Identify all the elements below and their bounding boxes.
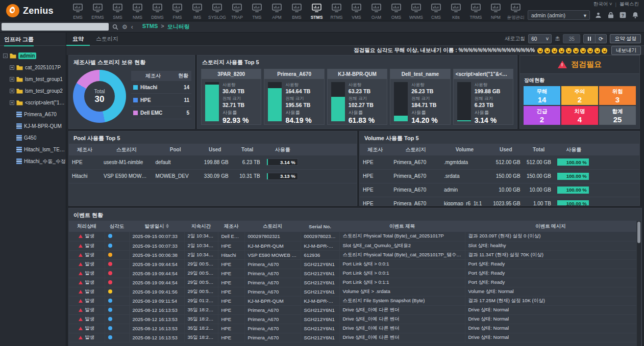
nav-item-bms[interactable]: BMS bbox=[287, 2, 307, 21]
nav-item-npm[interactable]: NPM bbox=[486, 2, 506, 21]
table-row[interactable]: HitachiVSP E590 MOWEB DEV_%WMOWEB_DEV330… bbox=[69, 169, 357, 183]
table-row[interactable]: HPEPrimera_A670.mgmtdata512.00 GB512.00 … bbox=[360, 155, 639, 169]
event-row[interactable]: 발생2025-08-19 09:41:5629일 00:59:40HPEPrim… bbox=[69, 287, 636, 296]
storage-card-dell-test-name[interactable]: Dell_test_name사용량26.23 TB전체 크기184.71 TB사… bbox=[390, 69, 450, 125]
event-row[interactable]: 발생2025-09-15 00:07:332일 10:34:03HPEKJ-M-… bbox=[69, 241, 636, 250]
event-row[interactable]: 발생2025-08-12 16:13:5335일 18:27:43HPEPrim… bbox=[69, 314, 636, 324]
table-row[interactable]: HPEPrimera_A670.srdata150.00 GB150.00 GB… bbox=[360, 169, 639, 183]
refresh-interval-select[interactable]: 60˅ bbox=[528, 34, 552, 43]
expand-toggle-icon[interactable]: + bbox=[10, 100, 14, 105]
table-row[interactable]: HPEPrimera_A670kjgpmap_r6_1t.11023.95 GB… bbox=[360, 197, 639, 206]
collapse-toggle-icon[interactable]: - bbox=[3, 54, 8, 58]
gear-icon[interactable]: ⚙ bbox=[122, 24, 128, 30]
fault-tile-item[interactable]: 위험3 bbox=[599, 86, 636, 105]
tree-item-script-alert-1-2-w[interactable]: +<script>alert("1"&<%_2'W bbox=[0, 97, 66, 109]
tree-item-hitachi-lsm-test[interactable]: Hitachi_lsm_TEST bbox=[0, 144, 66, 155]
breadcrumb-root[interactable]: STMS bbox=[142, 23, 158, 31]
nav-item-oms[interactable]: OMS bbox=[386, 2, 406, 21]
table-cell: Primera_A670 bbox=[390, 169, 441, 183]
filler-cell bbox=[593, 155, 639, 169]
storage-card-primera-a670[interactable]: Primera_A670사용량164.64 TB전체 크기195.56 TB사용… bbox=[264, 69, 324, 125]
tree-item-cat-20251017p[interactable]: +cat_20251017P bbox=[0, 62, 66, 73]
tree-item-hitachi[interactable]: Hitachi_수동_수정 bbox=[0, 155, 66, 167]
export-button[interactable]: 내보내기 bbox=[611, 46, 641, 55]
fault-tile-item[interactable]: 긴급2 bbox=[524, 106, 560, 125]
storage-card-title: <script>alert("1"&<%_2'... bbox=[454, 69, 513, 79]
refresh-button[interactable]: ⟳ bbox=[595, 35, 606, 43]
event-status: 발생 bbox=[72, 298, 102, 304]
breadcrumb-page[interactable]: 모니터링 bbox=[167, 23, 190, 31]
event-row[interactable]: 발생2025-08-19 09:11:5429일 01:29:42HPEKJ-M… bbox=[69, 296, 636, 305]
tree-item-kj-m-bpr-qum[interactable]: KJ-M-BPR-QUM bbox=[0, 120, 66, 132]
nav-item-oam[interactable]: OAM bbox=[366, 2, 386, 21]
search-input[interactable] bbox=[2, 23, 109, 31]
tab-item[interactable]: 요약 bbox=[66, 33, 90, 46]
lock-icon[interactable] bbox=[607, 11, 614, 19]
table-row[interactable]: HPEPrimera_A670admin10.00 GB10.00 GB100.… bbox=[360, 183, 639, 197]
bell-icon[interactable] bbox=[631, 11, 639, 19]
event-row[interactable]: 발생2025-08-12 16:13:5335일 18:27:43HPEPrim… bbox=[69, 324, 636, 333]
event-row[interactable]: 발생2025-08-12 16:13:5335일 18:27:43HPEPrim… bbox=[69, 305, 636, 314]
language-select[interactable]: 한국어 ˅ bbox=[593, 1, 612, 8]
event-row[interactable]: 발생2025-08-12 16:13:5335일 18:27:43HPEPrim… bbox=[69, 333, 636, 342]
fault-tile-item[interactable]: 치명4 bbox=[561, 106, 598, 125]
fault-tile-label: 긴급 bbox=[537, 108, 548, 115]
event-row[interactable]: 발생2025-08-19 09:44:5429일 00:56:42HPEPrim… bbox=[69, 269, 636, 278]
event-row[interactable]: 발생2025-09-15 00:07:332일 10:34:03Dell EMC… bbox=[69, 232, 636, 241]
summary-settings-button[interactable]: 요약 설정 bbox=[610, 34, 641, 43]
search-icon[interactable] bbox=[112, 24, 118, 30]
event-row[interactable]: 발생2025-08-19 09:44:5429일 00:56:42HPEPrim… bbox=[69, 278, 636, 287]
nav-item-syslog[interactable]: SYSLOG bbox=[207, 2, 227, 21]
zenius-logo[interactable]: Zenius bbox=[6, 4, 54, 17]
tab-item[interactable]: 스토리지 bbox=[90, 33, 125, 46]
storage-card-kj-m-bpr-qum[interactable]: KJ-M-BPR-QUM사용량63.23 TB전체 크기102.27 TB사용률… bbox=[327, 69, 387, 125]
nav-item-dbms[interactable]: DBMS bbox=[147, 2, 167, 21]
status-label: 발생 bbox=[85, 288, 94, 295]
user-icon[interactable] bbox=[595, 11, 602, 19]
storage-card-3par-8200[interactable]: 3PAR_8200사용량30.40 TB전체 크기32.71 TB사용률92.9… bbox=[201, 69, 261, 125]
nav-item-ims[interactable]: IMS bbox=[187, 2, 207, 21]
tree-item-g450[interactable]: G450 bbox=[0, 132, 66, 144]
tree-item-lsm-test-group1[interactable]: +lsm_test_group1 bbox=[0, 73, 66, 85]
nav-item-fms[interactable]: FMS bbox=[167, 2, 187, 21]
nav-item-trap[interactable]: TRAP bbox=[227, 2, 247, 21]
event-cell: 29일 00:56:42 bbox=[184, 259, 218, 269]
help-icon[interactable]: ? bbox=[619, 11, 627, 19]
event-cell: Drive 상태_아예 다른 벤더 bbox=[339, 324, 465, 333]
skin-select[interactable]: 블랙스킨 bbox=[620, 1, 639, 8]
fault-tile-item[interactable]: 주의2 bbox=[561, 86, 598, 105]
nav-item-item[interactable]: 운영관리 bbox=[506, 2, 526, 21]
nav-item-tms[interactable]: TMS bbox=[247, 2, 267, 21]
nav-item-apm[interactable]: APM bbox=[267, 2, 287, 21]
event-cell: 000297802321 bbox=[244, 232, 301, 241]
fault-tile-item[interactable]: 합계25 bbox=[599, 106, 636, 125]
pause-button[interactable] bbox=[584, 35, 595, 43]
tree-item-primera-a670[interactable]: Primera_A670 bbox=[0, 109, 66, 120]
nav-item-erms[interactable]: ERMS bbox=[88, 2, 108, 21]
collapse-sidebar-icon[interactable]: ‹ bbox=[131, 24, 133, 30]
nav-item-wnms[interactable]: WNMS bbox=[406, 2, 426, 21]
nav-item-stms[interactable]: STMS bbox=[307, 2, 327, 21]
nav-item-trms[interactable]: TRMS bbox=[466, 2, 486, 21]
event-row[interactable]: 발생2025-08-19 09:44:5429일 00:56:42HPEPrim… bbox=[69, 259, 636, 269]
nav-item-nms[interactable]: NMS bbox=[128, 2, 147, 21]
storage-card-script-alert-1-2[interactable]: <script>alert("1"&<%_2'...사용량199.88 GB전체… bbox=[453, 69, 513, 125]
tree-item-lsm-test-group2[interactable]: +lsm_test_group2 bbox=[0, 85, 66, 97]
scrollbar-thumb[interactable] bbox=[637, 222, 640, 243]
fault-tile-item[interactable]: 무해14 bbox=[524, 86, 560, 105]
sort-icon[interactable] bbox=[166, 224, 169, 228]
expand-toggle-icon[interactable]: + bbox=[10, 89, 14, 93]
events-scrollbar[interactable] bbox=[637, 221, 641, 346]
nav-item-sms[interactable]: SMS bbox=[108, 2, 128, 21]
table-row[interactable]: HPEusestr-M1-nimbledefault199.88 GB6.23 … bbox=[69, 155, 357, 169]
nav-item-cms[interactable]: CMS bbox=[426, 2, 446, 21]
expand-toggle-icon[interactable]: + bbox=[10, 65, 14, 70]
nav-item-vms[interactable]: VMS bbox=[346, 2, 366, 21]
account-dropdown[interactable]: admin (admin)▾ bbox=[528, 10, 590, 20]
nav-item-k8s[interactable]: K8s bbox=[446, 2, 466, 21]
event-row[interactable]: 발생2025-09-15 00:06:382일 10:34:58HitachiV… bbox=[69, 250, 636, 259]
expand-toggle-icon[interactable]: + bbox=[10, 77, 14, 82]
tree-item-admin[interactable]: -admin bbox=[0, 50, 66, 62]
nav-item-rtms[interactable]: RTMS bbox=[327, 2, 346, 21]
nav-item-ems[interactable]: EMS bbox=[68, 2, 88, 21]
